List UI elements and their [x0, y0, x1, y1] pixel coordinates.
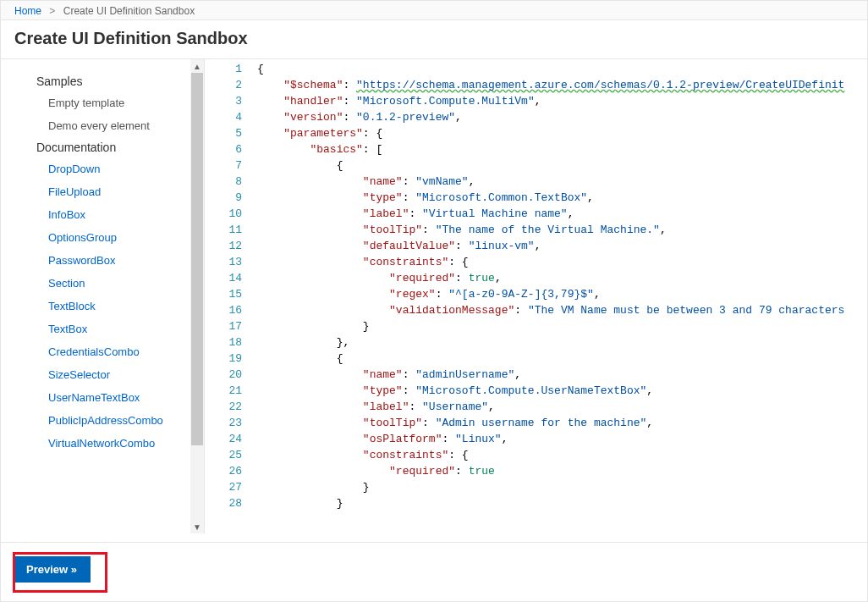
- line-number: 20: [205, 367, 257, 383]
- preview-button[interactable]: Preview »: [13, 556, 91, 583]
- sidebar-item[interactable]: Section: [1, 272, 189, 295]
- code-line[interactable]: "handler": "Microsoft.Compute.MultiVm",: [257, 93, 867, 109]
- sidebar-item[interactable]: TextBox: [1, 318, 189, 340]
- code-line[interactable]: },: [257, 334, 867, 351]
- code-line[interactable]: "basics": [: [257, 141, 867, 157]
- sidebar: SamplesEmpty templateDemo every elementD…: [1, 59, 204, 533]
- line-number: 27: [205, 479, 257, 495]
- sidebar-item[interactable]: PublicIpAddressCombo: [1, 409, 189, 432]
- line-number: 22: [205, 399, 257, 415]
- line-number: 24: [205, 431, 257, 447]
- code-line[interactable]: "toolTip": "Admin username for the machi…: [257, 415, 867, 431]
- code-line[interactable]: "version": "0.1.2-preview",: [257, 109, 867, 125]
- code-line[interactable]: "validationMessage": "The VM Name must b…: [257, 302, 867, 318]
- line-gutter: 1234567891011121314151617181920212223242…: [205, 59, 257, 533]
- line-number: 19: [205, 351, 257, 367]
- breadcrumb: Home > Create UI Definition Sandbox: [1, 1, 867, 20]
- sidebar-item[interactable]: PasswordBox: [1, 249, 189, 272]
- code-line[interactable]: {: [257, 61, 867, 77]
- code-line[interactable]: "defaultValue": "linux-vm",: [257, 238, 867, 254]
- scroll-down-icon[interactable]: ▼: [190, 520, 204, 533]
- line-number: 3: [205, 93, 257, 109]
- bottom-bar: Preview »: [1, 542, 867, 601]
- code-line[interactable]: "label": "Virtual Machine name",: [257, 206, 867, 222]
- line-number: 7: [205, 157, 257, 174]
- sidebar-item[interactable]: Empty template: [1, 91, 189, 114]
- code-line[interactable]: }: [257, 318, 867, 334]
- breadcrumb-current: Create UI Definition Sandbox: [63, 5, 195, 17]
- code-line[interactable]: "osPlatform": "Linux",: [257, 431, 867, 447]
- code-body[interactable]: { "$schema": "https://schema.management.…: [257, 59, 867, 533]
- code-line[interactable]: }: [257, 479, 867, 495]
- sidebar-item[interactable]: InfoBox: [1, 203, 189, 226]
- sidebar-item[interactable]: TextBlock: [1, 295, 189, 318]
- scroll-up-icon[interactable]: ▲: [190, 59, 204, 73]
- code-line[interactable]: "constraints": {: [257, 254, 867, 270]
- sidebar-item[interactable]: CredentialsCombo: [1, 340, 189, 363]
- code-line[interactable]: "toolTip": "The name of the Virtual Mach…: [257, 222, 867, 238]
- line-number: 25: [205, 447, 257, 463]
- sidebar-item[interactable]: OptionsGroup: [1, 226, 189, 249]
- line-number: 14: [205, 270, 257, 286]
- breadcrumb-sep: >: [49, 5, 55, 17]
- line-number: 28: [205, 495, 257, 511]
- line-number: 26: [205, 463, 257, 479]
- breadcrumb-home[interactable]: Home: [14, 5, 41, 17]
- sidebar-item[interactable]: UserNameTextBox: [1, 386, 189, 409]
- code-line[interactable]: "name": "vmName",: [257, 174, 867, 190]
- code-line[interactable]: {: [257, 351, 867, 367]
- line-number: 12: [205, 238, 257, 254]
- line-number: 8: [205, 174, 257, 190]
- code-line[interactable]: {: [257, 157, 867, 174]
- line-number: 23: [205, 415, 257, 431]
- sidebar-scrollbar[interactable]: ▲ ▼: [190, 59, 204, 533]
- line-number: 10: [205, 206, 257, 222]
- code-line[interactable]: "regex": "^[a-z0-9A-Z-]{3,79}$",: [257, 286, 867, 302]
- line-number: 4: [205, 109, 257, 125]
- code-line[interactable]: "required": true: [257, 463, 867, 479]
- line-number: 15: [205, 286, 257, 302]
- code-line[interactable]: "parameters": {: [257, 125, 867, 141]
- line-number: 1: [205, 61, 257, 77]
- sidebar-item[interactable]: VirtualNetworkCombo: [1, 432, 189, 455]
- sidebar-item[interactable]: DropDown: [1, 157, 189, 180]
- scroll-thumb[interactable]: [191, 73, 203, 445]
- line-number: 16: [205, 302, 257, 318]
- line-number: 18: [205, 334, 257, 351]
- line-number: 6: [205, 141, 257, 157]
- code-line[interactable]: "name": "adminUsername",: [257, 367, 867, 383]
- code-line[interactable]: "constraints": {: [257, 447, 867, 463]
- main: SamplesEmpty templateDemo every elementD…: [1, 59, 867, 533]
- code-editor[interactable]: 1234567891011121314151617181920212223242…: [204, 59, 867, 533]
- code-line[interactable]: "type": "Microsoft.Common.TextBox",: [257, 190, 867, 206]
- sidebar-item[interactable]: Demo every element: [1, 114, 189, 137]
- line-number: 11: [205, 222, 257, 238]
- sidebar-header: Documentation: [1, 137, 189, 157]
- line-number: 17: [205, 318, 257, 334]
- line-number: 21: [205, 383, 257, 399]
- code-line[interactable]: "required": true,: [257, 270, 867, 286]
- sidebar-header: Samples: [1, 71, 189, 91]
- code-line[interactable]: "$schema": "https://schema.management.az…: [257, 77, 867, 93]
- line-number: 5: [205, 125, 257, 141]
- code-line[interactable]: "type": "Microsoft.Compute.UserNameTextB…: [257, 383, 867, 399]
- sidebar-item[interactable]: SizeSelector: [1, 363, 189, 386]
- line-number: 13: [205, 254, 257, 270]
- line-number: 2: [205, 77, 257, 93]
- page-title: Create UI Definition Sandbox: [1, 20, 867, 59]
- sidebar-item[interactable]: FileUpload: [1, 180, 189, 203]
- code-line[interactable]: "label": "Username",: [257, 399, 867, 415]
- line-number: 9: [205, 190, 257, 206]
- code-line[interactable]: }: [257, 495, 867, 511]
